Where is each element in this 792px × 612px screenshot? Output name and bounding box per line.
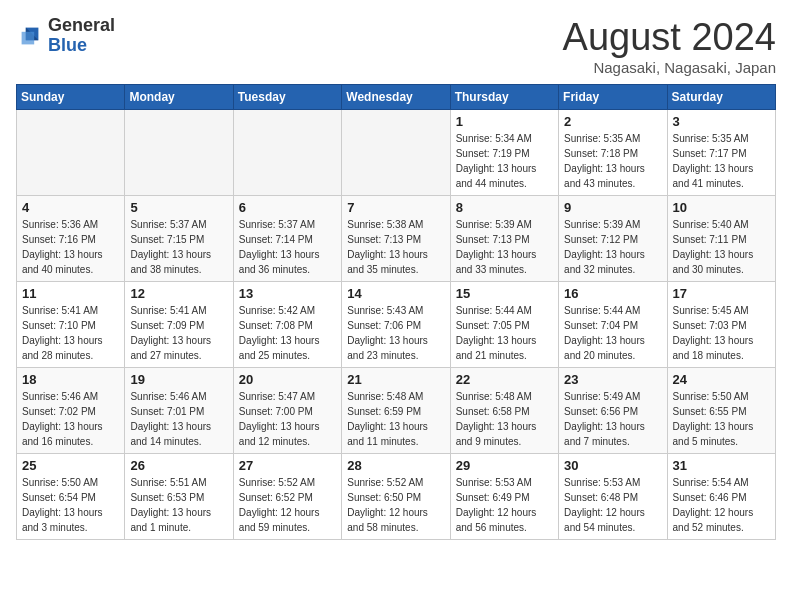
day-number: 5 [130, 200, 227, 215]
calendar-cell: 22Sunrise: 5:48 AM Sunset: 6:58 PM Dayli… [450, 368, 558, 454]
day-info: Sunrise: 5:37 AM Sunset: 7:14 PM Dayligh… [239, 217, 336, 277]
day-info: Sunrise: 5:48 AM Sunset: 6:58 PM Dayligh… [456, 389, 553, 449]
calendar-cell [17, 110, 125, 196]
day-number: 15 [456, 286, 553, 301]
weekday-header: Monday [125, 85, 233, 110]
calendar-cell: 16Sunrise: 5:44 AM Sunset: 7:04 PM Dayli… [559, 282, 667, 368]
day-number: 3 [673, 114, 770, 129]
calendar-cell: 12Sunrise: 5:41 AM Sunset: 7:09 PM Dayli… [125, 282, 233, 368]
calendar-cell: 31Sunrise: 5:54 AM Sunset: 6:46 PM Dayli… [667, 454, 775, 540]
calendar-cell: 25Sunrise: 5:50 AM Sunset: 6:54 PM Dayli… [17, 454, 125, 540]
day-number: 14 [347, 286, 444, 301]
day-number: 28 [347, 458, 444, 473]
calendar-cell: 23Sunrise: 5:49 AM Sunset: 6:56 PM Dayli… [559, 368, 667, 454]
calendar-cell: 27Sunrise: 5:52 AM Sunset: 6:52 PM Dayli… [233, 454, 341, 540]
weekday-header: Friday [559, 85, 667, 110]
calendar-cell [233, 110, 341, 196]
day-info: Sunrise: 5:44 AM Sunset: 7:05 PM Dayligh… [456, 303, 553, 363]
calendar-week-row: 25Sunrise: 5:50 AM Sunset: 6:54 PM Dayli… [17, 454, 776, 540]
day-number: 22 [456, 372, 553, 387]
day-info: Sunrise: 5:39 AM Sunset: 7:13 PM Dayligh… [456, 217, 553, 277]
day-number: 25 [22, 458, 119, 473]
day-number: 11 [22, 286, 119, 301]
day-info: Sunrise: 5:46 AM Sunset: 7:02 PM Dayligh… [22, 389, 119, 449]
calendar-cell: 28Sunrise: 5:52 AM Sunset: 6:50 PM Dayli… [342, 454, 450, 540]
page-header: General Blue August 2024 Nagasaki, Nagas… [16, 16, 776, 76]
day-number: 17 [673, 286, 770, 301]
day-info: Sunrise: 5:37 AM Sunset: 7:15 PM Dayligh… [130, 217, 227, 277]
logo: General Blue [16, 16, 115, 56]
calendar-cell: 8Sunrise: 5:39 AM Sunset: 7:13 PM Daylig… [450, 196, 558, 282]
day-info: Sunrise: 5:52 AM Sunset: 6:52 PM Dayligh… [239, 475, 336, 535]
day-info: Sunrise: 5:42 AM Sunset: 7:08 PM Dayligh… [239, 303, 336, 363]
day-info: Sunrise: 5:35 AM Sunset: 7:18 PM Dayligh… [564, 131, 661, 191]
location: Nagasaki, Nagasaki, Japan [563, 59, 776, 76]
calendar-table: SundayMondayTuesdayWednesdayThursdayFrid… [16, 84, 776, 540]
day-info: Sunrise: 5:45 AM Sunset: 7:03 PM Dayligh… [673, 303, 770, 363]
calendar-cell: 19Sunrise: 5:46 AM Sunset: 7:01 PM Dayli… [125, 368, 233, 454]
calendar-cell: 24Sunrise: 5:50 AM Sunset: 6:55 PM Dayli… [667, 368, 775, 454]
calendar-cell: 1Sunrise: 5:34 AM Sunset: 7:19 PM Daylig… [450, 110, 558, 196]
day-info: Sunrise: 5:46 AM Sunset: 7:01 PM Dayligh… [130, 389, 227, 449]
day-info: Sunrise: 5:44 AM Sunset: 7:04 PM Dayligh… [564, 303, 661, 363]
day-number: 7 [347, 200, 444, 215]
calendar-cell: 17Sunrise: 5:45 AM Sunset: 7:03 PM Dayli… [667, 282, 775, 368]
day-number: 19 [130, 372, 227, 387]
calendar-week-row: 18Sunrise: 5:46 AM Sunset: 7:02 PM Dayli… [17, 368, 776, 454]
weekday-header: Saturday [667, 85, 775, 110]
calendar-cell: 21Sunrise: 5:48 AM Sunset: 6:59 PM Dayli… [342, 368, 450, 454]
day-number: 1 [456, 114, 553, 129]
calendar-cell: 6Sunrise: 5:37 AM Sunset: 7:14 PM Daylig… [233, 196, 341, 282]
calendar-cell: 29Sunrise: 5:53 AM Sunset: 6:49 PM Dayli… [450, 454, 558, 540]
day-info: Sunrise: 5:41 AM Sunset: 7:09 PM Dayligh… [130, 303, 227, 363]
month-title: August 2024 [563, 16, 776, 59]
calendar-cell: 26Sunrise: 5:51 AM Sunset: 6:53 PM Dayli… [125, 454, 233, 540]
day-number: 10 [673, 200, 770, 215]
calendar-cell: 13Sunrise: 5:42 AM Sunset: 7:08 PM Dayli… [233, 282, 341, 368]
day-number: 13 [239, 286, 336, 301]
calendar-cell [342, 110, 450, 196]
day-info: Sunrise: 5:51 AM Sunset: 6:53 PM Dayligh… [130, 475, 227, 535]
logo-icon [16, 22, 44, 50]
day-info: Sunrise: 5:41 AM Sunset: 7:10 PM Dayligh… [22, 303, 119, 363]
calendar-week-row: 1Sunrise: 5:34 AM Sunset: 7:19 PM Daylig… [17, 110, 776, 196]
calendar-cell: 7Sunrise: 5:38 AM Sunset: 7:13 PM Daylig… [342, 196, 450, 282]
calendar-cell: 11Sunrise: 5:41 AM Sunset: 7:10 PM Dayli… [17, 282, 125, 368]
day-number: 16 [564, 286, 661, 301]
day-info: Sunrise: 5:52 AM Sunset: 6:50 PM Dayligh… [347, 475, 444, 535]
day-number: 21 [347, 372, 444, 387]
calendar-cell: 3Sunrise: 5:35 AM Sunset: 7:17 PM Daylig… [667, 110, 775, 196]
day-info: Sunrise: 5:43 AM Sunset: 7:06 PM Dayligh… [347, 303, 444, 363]
calendar-cell: 18Sunrise: 5:46 AM Sunset: 7:02 PM Dayli… [17, 368, 125, 454]
weekday-header: Tuesday [233, 85, 341, 110]
day-number: 2 [564, 114, 661, 129]
day-number: 6 [239, 200, 336, 215]
weekday-header: Wednesday [342, 85, 450, 110]
calendar-cell: 10Sunrise: 5:40 AM Sunset: 7:11 PM Dayli… [667, 196, 775, 282]
calendar-week-row: 11Sunrise: 5:41 AM Sunset: 7:10 PM Dayli… [17, 282, 776, 368]
day-info: Sunrise: 5:50 AM Sunset: 6:55 PM Dayligh… [673, 389, 770, 449]
day-number: 18 [22, 372, 119, 387]
weekday-header: Thursday [450, 85, 558, 110]
calendar-cell: 9Sunrise: 5:39 AM Sunset: 7:12 PM Daylig… [559, 196, 667, 282]
calendar-cell [125, 110, 233, 196]
calendar-cell: 2Sunrise: 5:35 AM Sunset: 7:18 PM Daylig… [559, 110, 667, 196]
day-info: Sunrise: 5:54 AM Sunset: 6:46 PM Dayligh… [673, 475, 770, 535]
weekday-header-row: SundayMondayTuesdayWednesdayThursdayFrid… [17, 85, 776, 110]
weekday-header: Sunday [17, 85, 125, 110]
calendar-week-row: 4Sunrise: 5:36 AM Sunset: 7:16 PM Daylig… [17, 196, 776, 282]
day-number: 27 [239, 458, 336, 473]
day-number: 20 [239, 372, 336, 387]
day-number: 8 [456, 200, 553, 215]
calendar-cell: 4Sunrise: 5:36 AM Sunset: 7:16 PM Daylig… [17, 196, 125, 282]
day-info: Sunrise: 5:53 AM Sunset: 6:48 PM Dayligh… [564, 475, 661, 535]
day-info: Sunrise: 5:53 AM Sunset: 6:49 PM Dayligh… [456, 475, 553, 535]
svg-marker-2 [22, 32, 35, 45]
day-info: Sunrise: 5:38 AM Sunset: 7:13 PM Dayligh… [347, 217, 444, 277]
day-info: Sunrise: 5:49 AM Sunset: 6:56 PM Dayligh… [564, 389, 661, 449]
day-info: Sunrise: 5:48 AM Sunset: 6:59 PM Dayligh… [347, 389, 444, 449]
day-info: Sunrise: 5:47 AM Sunset: 7:00 PM Dayligh… [239, 389, 336, 449]
day-number: 23 [564, 372, 661, 387]
calendar-cell: 15Sunrise: 5:44 AM Sunset: 7:05 PM Dayli… [450, 282, 558, 368]
day-number: 24 [673, 372, 770, 387]
